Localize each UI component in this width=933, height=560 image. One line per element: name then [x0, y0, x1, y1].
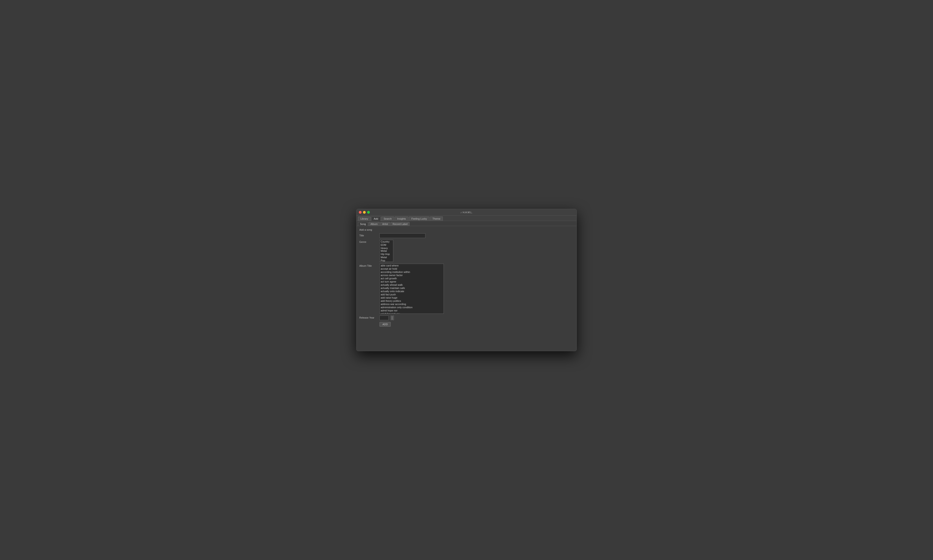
tab-library[interactable]: Library — [358, 217, 371, 221]
title-bar: ♪ H.A.M.L. — [357, 209, 576, 215]
window-title: ♪ H.A.M.L. — [460, 211, 473, 214]
sub-tab-artist[interactable]: Artist — [380, 222, 390, 226]
album-item-10[interactable]: add raise huge — [380, 296, 443, 299]
sub-tab-song[interactable]: Song — [358, 222, 368, 226]
title-row: Title — [359, 234, 574, 238]
release-year-row: Release Year ▲ ▼ — [359, 315, 574, 320]
album-item-9[interactable]: add fact push — [380, 293, 443, 296]
genre-item-edm[interactable]: EDM — [380, 243, 393, 246]
maximize-button[interactable] — [367, 211, 370, 214]
album-item-13[interactable]: administration only condition — [380, 306, 443, 309]
tab-search[interactable]: Search — [381, 217, 394, 221]
album-item-3[interactable]: across owner factor — [380, 274, 443, 277]
tab-add[interactable]: Add — [371, 217, 381, 221]
spinner-down-button[interactable]: ▼ — [391, 318, 394, 320]
release-year-label: Release Year — [359, 315, 378, 319]
genre-item-metal[interactable]: Metal — [380, 256, 393, 259]
minimize-button[interactable] — [363, 211, 366, 214]
album-item-7[interactable]: actually maintain safe — [380, 286, 443, 290]
year-spinner: ▲ ▼ — [391, 315, 394, 320]
add-button-row: ADD — [359, 322, 574, 326]
window-controls — [359, 211, 370, 214]
add-button[interactable]: ADD — [379, 322, 391, 326]
genre-listbox[interactable]: Country EDM Heavy Metal Hip Hop Metal Po… — [379, 240, 393, 262]
tab-feeling-lucky[interactable]: Feeling Lucky — [409, 217, 430, 221]
sub-tab-bar: Song Album Artist Record Label — [357, 221, 576, 226]
album-item-2[interactable]: according institution within — [380, 270, 443, 274]
album-item-15[interactable]: adult forward you — [380, 312, 443, 314]
genre-item-pop[interactable]: Pop — [380, 259, 393, 262]
album-item-12[interactable]: address war according — [380, 303, 443, 306]
album-item-4[interactable]: act cell growth — [380, 277, 443, 280]
album-item-1[interactable]: accept air hold — [380, 267, 443, 270]
title-input[interactable] — [379, 234, 425, 238]
album-title-row: Album Title able card where accept air h… — [359, 264, 574, 314]
album-listbox[interactable]: able card where accept air hold accordin… — [379, 264, 444, 314]
album-item-11[interactable]: add theory politics — [380, 299, 443, 303]
release-year-input[interactable] — [379, 315, 389, 320]
main-window: ♪ H.A.M.L. Library Add Search Insights F… — [356, 209, 577, 351]
close-button[interactable] — [359, 211, 362, 214]
genre-row: Genre Country EDM Heavy Metal Hip Hop Me… — [359, 240, 574, 262]
genre-label: Genre — [359, 240, 378, 243]
sub-tab-album[interactable]: Album — [368, 222, 380, 226]
tab-theme[interactable]: Theme — [430, 217, 443, 221]
sub-tab-record-label[interactable]: Record Label — [391, 222, 410, 226]
album-item-6[interactable]: actually ahead walk — [380, 283, 443, 286]
album-item-14[interactable]: admit hope nor — [380, 309, 443, 312]
add-spacer — [359, 322, 378, 323]
genre-listbox-container: Country EDM Heavy Metal Hip Hop Metal Po… — [379, 240, 393, 262]
main-tab-bar: Library Add Search Insights Feeling Luck… — [357, 215, 576, 221]
album-item-5[interactable]: act turn agree — [380, 280, 443, 283]
genre-item-heavy-metal[interactable]: Heavy Metal — [380, 246, 393, 252]
title-label: Title — [359, 234, 378, 237]
tab-insights[interactable]: Insights — [395, 217, 408, 221]
album-item-0[interactable]: able card where — [380, 264, 443, 267]
content-area: Add a song Title Genre Country EDM Heavy… — [357, 226, 576, 351]
album-item-8[interactable]: actually onto indicate — [380, 290, 443, 293]
title-label: H.A.M.L. — [463, 211, 473, 214]
spinner-up-button[interactable]: ▲ — [391, 316, 394, 318]
section-title: Add a song — [359, 228, 574, 231]
genre-item-hip-hop[interactable]: Hip Hop — [380, 252, 393, 256]
genre-item-country[interactable]: Country — [380, 240, 393, 243]
title-icon: ♪ — [460, 211, 462, 214]
album-title-label: Album Title — [359, 264, 378, 267]
